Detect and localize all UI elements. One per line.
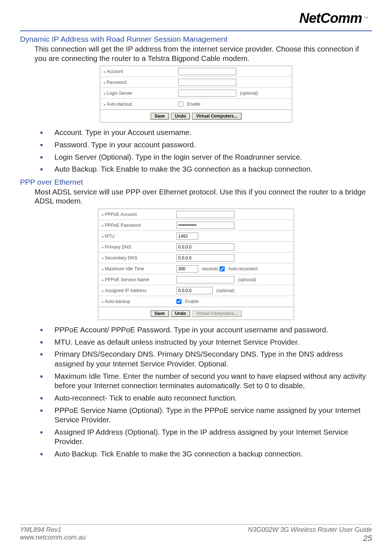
service-name-label: PPPoE Service Name (102, 277, 176, 282)
autobackup2-label: Auto-backup (102, 299, 176, 304)
list-item: PPPoE Service Name (Optional). Type in t… (40, 406, 372, 425)
row-service-name: PPPoE Service Name (optional) (98, 274, 294, 285)
service-name-optional: (optional) (238, 277, 256, 282)
undo-button[interactable]: Undo (171, 113, 190, 119)
login-server-label: Login Server (104, 91, 178, 96)
mtu-input[interactable] (176, 233, 198, 240)
section1-intro: This connection will get the IP address … (34, 44, 372, 63)
save-button[interactable]: Save (151, 113, 169, 119)
section1-config-box: Account Password Login Server (optional)… (100, 66, 292, 123)
list-item: PPPoE Account/ PPPoE Password. Type in y… (40, 325, 372, 335)
row-account: Account (100, 66, 292, 77)
row-password: Password (100, 77, 292, 88)
virtual-computers-button[interactable]: Virtual Computers... (192, 310, 241, 317)
row-pppoe-password: PPPoE Password (98, 220, 294, 231)
list-item: Maximum Idle Time. Enter the number of s… (40, 372, 372, 391)
brand-tm: ™ (363, 15, 368, 21)
account-label: Account (104, 69, 178, 74)
footer-rev: YML894 Rev1 (20, 526, 86, 534)
list-item: Auto Backup. Tick Enable to make the 3G … (40, 449, 372, 459)
brand-name: NetComm (299, 11, 362, 26)
account-input[interactable] (178, 68, 236, 75)
section2-heading: PPP over Ethernet (20, 178, 372, 186)
assigned-ip-optional: (optional) (216, 288, 234, 293)
section2-config-box: PPPoE Account PPPoE Password MTU Primary… (98, 209, 294, 320)
primary-dns-label: Primary DNS (102, 245, 176, 250)
row-autobackup2: Auto-backup Enable (98, 296, 294, 307)
assigned-ip-input[interactable] (176, 287, 213, 294)
section2-button-row: Save Undo Virtual Computers... (98, 307, 294, 320)
list-item: Primary DNS/Secondary DNS. Primary DNS/S… (40, 349, 372, 369)
section1-heading: Dynamic IP Address with Road Runner Sess… (20, 35, 372, 44)
autobackup-checkbox[interactable] (178, 102, 183, 107)
autobackup-text: Enable (187, 102, 200, 107)
section2-bullets: PPPoE Account/ PPPoE Password. Type in y… (40, 325, 372, 459)
list-item: Login Server (Optional). Type in the log… (40, 152, 372, 162)
secondary-dns-label: Secondary DNS (102, 255, 176, 260)
section1-button-row: Save Undo Virtual Computers... (100, 110, 292, 122)
header-divider (20, 30, 372, 31)
pppoe-password-label: PPPoE Password (102, 223, 176, 228)
section1-bullets: Account. Type in your Account username. … (40, 128, 372, 174)
row-mtu: MTU (98, 231, 294, 242)
save-button[interactable]: Save (151, 310, 169, 317)
list-item: Account. Type in your Account username. (40, 128, 372, 138)
footer-guide: N3G002W 3G Wireless Router User Guide (248, 526, 372, 534)
row-login-server: Login Server (optional) (100, 88, 292, 99)
idle-seconds: seconds (202, 266, 218, 271)
service-name-input[interactable] (176, 276, 234, 283)
row-pppoe-account: PPPoE Account (98, 209, 294, 220)
mtu-label: MTU (102, 234, 176, 239)
pppoe-account-label: PPPoE Account (102, 212, 176, 217)
footer-url: www.netcomm.com.au (20, 534, 86, 541)
virtual-computers-button[interactable]: Virtual Computers... (192, 113, 241, 119)
pppoe-account-input[interactable] (176, 211, 234, 218)
list-item: Password. Type in your account password. (40, 140, 372, 150)
login-server-input[interactable] (178, 90, 236, 97)
auto-reconnect-checkbox[interactable] (220, 266, 225, 271)
undo-button[interactable]: Undo (171, 310, 190, 317)
brand-logo: NetComm ™ (20, 7, 372, 29)
idle-label: Maximum Idle Time (102, 266, 176, 271)
secondary-dns-input[interactable] (176, 254, 234, 262)
footer-page: 25 (248, 534, 372, 543)
list-item: Auto-reconnect- Tick to enable auto reco… (40, 393, 372, 403)
list-item: MTU. Leave as default unless instructed … (40, 337, 372, 347)
row-idle-time: Maximum Idle Time seconds Auto-reconnect (98, 263, 294, 274)
row-assigned-ip: Assigned IP Address (optional) (98, 285, 294, 296)
autobackup2-checkbox[interactable] (176, 299, 181, 304)
row-autobackup: Auto-backup Enable (100, 99, 292, 110)
auto-reconnect-text: Auto-reconnect (228, 266, 258, 271)
password-input[interactable] (178, 79, 236, 86)
login-server-optional: (optional) (240, 91, 258, 96)
row-secondary-dns: Secondary DNS (98, 253, 294, 263)
list-item: Assigned IP Address (Optional). Type in … (40, 427, 372, 447)
pppoe-password-input[interactable] (176, 222, 234, 229)
list-item: Auto Backup. Tick Enable to make the 3G … (40, 164, 372, 174)
assigned-ip-label: Assigned IP Address (102, 288, 176, 293)
page-footer: YML894 Rev1 www.netcomm.com.au N3G002W 3… (20, 524, 372, 543)
primary-dns-input[interactable] (176, 243, 234, 251)
autobackup2-text: Enable (185, 299, 199, 304)
idle-input[interactable] (176, 265, 198, 272)
password-label: Password (104, 80, 178, 85)
section2-intro: Most ADSL service will use PPP over Ethe… (34, 187, 372, 206)
row-primary-dns: Primary DNS (98, 242, 294, 253)
autobackup-label: Auto-backup (104, 102, 178, 107)
